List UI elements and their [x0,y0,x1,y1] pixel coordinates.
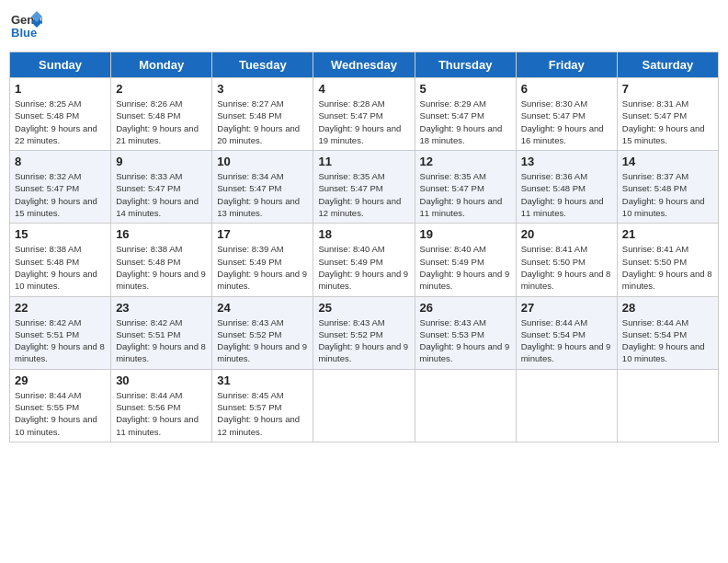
day-number: 13 [521,155,612,168]
day-info: Sunrise: 8:44 AMSunset: 5:56 PMDaylight:… [116,389,207,438]
calendar-cell: 10Sunrise: 8:34 AMSunset: 5:47 PMDayligh… [212,151,313,224]
day-info: Sunrise: 8:34 AMSunset: 5:47 PMDaylight:… [217,170,308,219]
logo: General Blue [9,9,42,46]
calendar-cell: 17Sunrise: 8:39 AMSunset: 5:49 PMDayligh… [212,224,313,296]
calendar-cell: 23Sunrise: 8:42 AMSunset: 5:51 PMDayligh… [111,296,212,369]
day-number: 16 [116,227,207,241]
calendar-cell: 15Sunrise: 8:38 AMSunset: 5:48 PMDayligh… [10,224,111,296]
day-info: Sunrise: 8:25 AMSunset: 5:48 PMDaylight:… [15,98,106,146]
day-number: 17 [217,227,308,241]
day-info: Sunrise: 8:43 AMSunset: 5:53 PMDaylight:… [420,316,511,365]
calendar-cell: 5Sunrise: 8:29 AMSunset: 5:47 PMDaylight… [415,78,516,151]
day-header-friday: Friday [516,52,617,78]
day-info: Sunrise: 8:36 AMSunset: 5:48 PMDaylight:… [521,170,612,219]
day-info: Sunrise: 8:41 AMSunset: 5:50 PMDaylight:… [521,243,612,292]
day-info: Sunrise: 8:38 AMSunset: 5:48 PMDaylight:… [15,243,106,292]
day-number: 28 [622,301,713,315]
day-info: Sunrise: 8:26 AMSunset: 5:48 PMDaylight:… [116,98,207,146]
page-header: General Blue [9,9,719,46]
day-header-sunday: Sunday [10,52,111,78]
day-header-tuesday: Tuesday [212,52,313,78]
calendar-cell: 6Sunrise: 8:30 AMSunset: 5:47 PMDaylight… [516,78,617,151]
calendar-cell: 1Sunrise: 8:25 AMSunset: 5:48 PMDaylight… [10,78,111,151]
day-info: Sunrise: 8:42 AMSunset: 5:51 PMDaylight:… [116,316,207,365]
day-number: 19 [420,227,511,241]
day-info: Sunrise: 8:35 AMSunset: 5:47 PMDaylight:… [318,170,409,219]
day-info: Sunrise: 8:31 AMSunset: 5:47 PMDaylight:… [622,98,713,146]
day-info: Sunrise: 8:44 AMSunset: 5:55 PMDaylight:… [15,389,106,438]
calendar-cell: 29Sunrise: 8:44 AMSunset: 5:55 PMDayligh… [10,369,111,442]
day-number: 25 [318,301,409,315]
calendar-cell: 25Sunrise: 8:43 AMSunset: 5:52 PMDayligh… [313,296,415,369]
calendar-cell: 20Sunrise: 8:41 AMSunset: 5:50 PMDayligh… [516,224,617,296]
calendar-cell: 28Sunrise: 8:44 AMSunset: 5:54 PMDayligh… [617,296,718,369]
calendar-cell: 13Sunrise: 8:36 AMSunset: 5:48 PMDayligh… [516,151,617,224]
day-number: 1 [15,82,106,96]
svg-text:Blue: Blue [11,26,37,40]
day-number: 24 [217,301,308,315]
day-info: Sunrise: 8:42 AMSunset: 5:51 PMDaylight:… [15,316,106,365]
day-info: Sunrise: 8:30 AMSunset: 5:47 PMDaylight:… [521,98,612,146]
day-info: Sunrise: 8:29 AMSunset: 5:47 PMDaylight:… [420,98,511,146]
day-number: 31 [217,373,308,387]
day-number: 18 [318,227,409,241]
day-info: Sunrise: 8:27 AMSunset: 5:48 PMDaylight:… [217,98,308,146]
calendar-cell: 14Sunrise: 8:37 AMSunset: 5:48 PMDayligh… [617,151,718,224]
day-number: 14 [622,155,713,168]
day-number: 3 [217,82,308,96]
day-number: 29 [15,373,106,387]
calendar-cell: 8Sunrise: 8:32 AMSunset: 5:47 PMDaylight… [10,151,111,224]
day-info: Sunrise: 8:35 AMSunset: 5:47 PMDaylight:… [420,170,511,219]
day-number: 9 [116,155,207,168]
day-header-thursday: Thursday [415,52,516,78]
day-info: Sunrise: 8:45 AMSunset: 5:57 PMDaylight:… [217,389,308,438]
day-info: Sunrise: 8:33 AMSunset: 5:47 PMDaylight:… [116,170,207,219]
calendar-cell [415,369,516,442]
calendar-cell: 3Sunrise: 8:27 AMSunset: 5:48 PMDaylight… [212,78,313,151]
calendar-cell: 21Sunrise: 8:41 AMSunset: 5:50 PMDayligh… [617,224,718,296]
calendar-cell: 18Sunrise: 8:40 AMSunset: 5:49 PMDayligh… [313,224,415,296]
day-number: 20 [521,227,612,241]
day-number: 27 [521,301,612,315]
day-number: 8 [15,155,106,168]
calendar-table: SundayMondayTuesdayWednesdayThursdayFrid… [9,52,719,442]
day-number: 7 [622,82,713,96]
calendar-cell: 16Sunrise: 8:38 AMSunset: 5:48 PMDayligh… [111,224,212,296]
day-info: Sunrise: 8:28 AMSunset: 5:47 PMDaylight:… [318,98,409,146]
day-number: 15 [15,227,106,241]
day-info: Sunrise: 8:32 AMSunset: 5:47 PMDaylight:… [15,170,106,219]
day-header-monday: Monday [111,52,212,78]
day-info: Sunrise: 8:38 AMSunset: 5:48 PMDaylight:… [116,243,207,292]
logo-icon: General Blue [9,9,42,46]
day-info: Sunrise: 8:43 AMSunset: 5:52 PMDaylight:… [217,316,308,365]
calendar-cell: 7Sunrise: 8:31 AMSunset: 5:47 PMDaylight… [617,78,718,151]
day-number: 21 [622,227,713,241]
calendar-cell: 26Sunrise: 8:43 AMSunset: 5:53 PMDayligh… [415,296,516,369]
calendar-cell [516,369,617,442]
day-header-wednesday: Wednesday [313,52,415,78]
day-info: Sunrise: 8:39 AMSunset: 5:49 PMDaylight:… [217,243,308,292]
day-info: Sunrise: 8:37 AMSunset: 5:48 PMDaylight:… [622,170,713,219]
day-info: Sunrise: 8:44 AMSunset: 5:54 PMDaylight:… [622,316,713,365]
calendar-cell: 4Sunrise: 8:28 AMSunset: 5:47 PMDaylight… [313,78,415,151]
day-number: 4 [318,82,409,96]
calendar-cell: 12Sunrise: 8:35 AMSunset: 5:47 PMDayligh… [415,151,516,224]
calendar-cell [617,369,718,442]
calendar-cell: 24Sunrise: 8:43 AMSunset: 5:52 PMDayligh… [212,296,313,369]
calendar-cell: 19Sunrise: 8:40 AMSunset: 5:49 PMDayligh… [415,224,516,296]
day-number: 26 [420,301,511,315]
calendar-cell [313,369,415,442]
day-number: 12 [420,155,511,168]
day-info: Sunrise: 8:40 AMSunset: 5:49 PMDaylight:… [318,243,409,292]
calendar-cell: 30Sunrise: 8:44 AMSunset: 5:56 PMDayligh… [111,369,212,442]
day-number: 23 [116,301,207,315]
day-info: Sunrise: 8:41 AMSunset: 5:50 PMDaylight:… [622,243,713,292]
day-number: 2 [116,82,207,96]
day-number: 11 [318,155,409,168]
day-number: 22 [15,301,106,315]
day-number: 5 [420,82,511,96]
day-number: 30 [116,373,207,387]
day-info: Sunrise: 8:43 AMSunset: 5:52 PMDaylight:… [318,316,409,365]
calendar-cell: 27Sunrise: 8:44 AMSunset: 5:54 PMDayligh… [516,296,617,369]
day-header-saturday: Saturday [617,52,718,78]
